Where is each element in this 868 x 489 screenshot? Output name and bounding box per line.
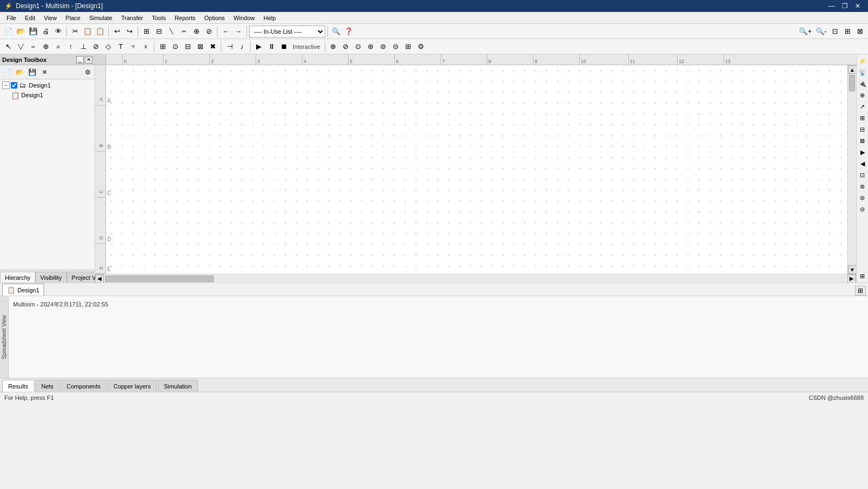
tb-find[interactable]: 🔍 (330, 26, 342, 37)
tb-print[interactable]: 🖨 (40, 26, 52, 37)
right-tb-bottom[interactable]: ⊞ (857, 271, 868, 281)
interactive-label[interactable]: Interactive (290, 43, 323, 50)
tb-sel-ptr[interactable]: ↖ (2, 41, 14, 53)
tb-on-off[interactable]: ⊠ (194, 41, 206, 53)
menu-options[interactable]: Options (200, 14, 229, 22)
tb-zoom-fit[interactable]: ⊡ (829, 26, 841, 37)
tb-pause-sim[interactable]: ⏸ (265, 41, 277, 53)
tb-zoom-out[interactable]: 🔍- (814, 26, 828, 37)
tb-hier-conn[interactable]: ⊟ (182, 41, 194, 53)
tb-help[interactable]: ❓ (343, 26, 355, 37)
scroll-down-btn[interactable]: ▼ (848, 265, 856, 274)
header-controls[interactable]: _ ✕ (76, 56, 92, 64)
tree-expand-design1[interactable]: − (2, 82, 10, 89)
tb-new[interactable]: 📄 (2, 26, 14, 37)
hscroll-thumb[interactable] (105, 275, 214, 282)
tb-zoom-in[interactable]: 🔍+ (797, 26, 814, 37)
tb-undo[interactable]: ↩ (111, 26, 123, 37)
tb-align-left[interactable]: ⊣ (224, 41, 235, 53)
menu-transfer[interactable]: Transfer (117, 14, 148, 22)
tb-place-power[interactable]: ↑ (65, 41, 77, 53)
right-tb-3[interactable]: 🔌 (857, 78, 868, 89)
menu-place[interactable]: Place (61, 14, 85, 22)
tab-visibility[interactable]: Visibility (35, 272, 67, 283)
right-scrollbar[interactable]: ▲ ▼ (847, 65, 856, 274)
tree-item-design1-root[interactable]: − 🗂 Design1 (1, 80, 94, 90)
tb-place-nc[interactable]: X (140, 41, 152, 53)
toolbox-settings[interactable]: ⚙ (82, 67, 94, 78)
tb-note[interactable]: ♪ (236, 41, 248, 53)
tb-run-sim[interactable]: ▶ (253, 41, 265, 53)
menu-reports[interactable]: Reports (170, 14, 200, 22)
tb-full-screen[interactable]: ⊠ (854, 26, 866, 37)
menu-window[interactable]: Window (229, 14, 259, 22)
right-tb-2[interactable]: 📡 (857, 67, 868, 78)
menu-tools[interactable]: Tools (147, 14, 170, 22)
tb-component-db[interactable]: ⊞ (140, 26, 152, 37)
minimize-button[interactable]: — (826, 1, 838, 11)
tab-hierarchy[interactable]: Hierarchy (0, 272, 35, 283)
tb-place-bus2[interactable]: ═ (27, 41, 39, 53)
spreadsheet-view-label[interactable]: Spreadsheet View (0, 296, 9, 378)
title-bar-controls[interactable]: — ❐ ✕ (826, 1, 864, 11)
tb-sim-4[interactable]: ⊛ (365, 41, 377, 53)
tb-place-text[interactable]: T (115, 41, 127, 53)
right-tb-12[interactable]: ⊛ (857, 181, 868, 192)
tree-item-design1-sheet[interactable]: 📋 Design1 (1, 90, 94, 100)
menu-help[interactable]: Help (259, 14, 281, 22)
spreadsheet-toggle-btn[interactable]: Spreadsheet View (0, 296, 8, 378)
tb-place-junction2[interactable]: ⊕ (40, 41, 52, 53)
tb-bus[interactable]: ═ (178, 26, 190, 37)
right-tb-14[interactable]: ⊝ (857, 204, 868, 215)
tb-place-label[interactable]: A (52, 41, 64, 53)
btab-results[interactable]: Results (2, 380, 34, 392)
tb-copy[interactable]: 📋 (82, 26, 94, 37)
btab-nets[interactable]: Nets (35, 380, 60, 392)
tb-junction[interactable]: ⊕ (190, 26, 202, 37)
tb-sim-7[interactable]: ⊞ (402, 41, 414, 53)
scroll-right-btn[interactable]: ▶ (847, 274, 856, 283)
toolbox-save[interactable]: 💾 (26, 67, 38, 78)
toolbox-close[interactable]: ✕ (39, 67, 51, 78)
close-button[interactable]: ✕ (852, 1, 864, 11)
tb-place-wire2[interactable]: ╲╱ (15, 41, 27, 53)
maximize-button[interactable]: ❐ (839, 1, 851, 11)
right-tb-13[interactable]: ⊜ (857, 192, 868, 203)
tb-zoom-reset[interactable]: ⊞ (841, 26, 853, 37)
tb-place-ground[interactable]: ⊥ (77, 41, 89, 53)
tb-place-component[interactable]: ⊟ (153, 26, 165, 37)
tb-misc-conn[interactable]: ⊙ (169, 41, 181, 53)
scroll-up-btn[interactable]: ▲ (848, 65, 856, 74)
tb-misc[interactable]: ⊘ (90, 41, 102, 53)
tree-checkbox-design1[interactable] (11, 82, 17, 89)
bottom-scrollbar[interactable]: ◀ ▶ (95, 274, 856, 283)
tb-net[interactable]: ⊘ (203, 26, 215, 37)
tb-virtual-comp[interactable]: ⊞ (157, 41, 169, 53)
tb-stop-sim[interactable]: ⏹ (278, 41, 290, 53)
tb-sim-5[interactable]: ⊜ (377, 41, 389, 53)
tab-right-btn[interactable]: ⊞ (855, 286, 866, 296)
tab-design1[interactable]: 📋 Design1 (2, 284, 44, 296)
btab-components[interactable]: Components (60, 380, 106, 392)
right-tb-5[interactable]: ↗ (857, 101, 868, 112)
tb-preview[interactable]: 👁 (52, 26, 64, 37)
tb-place-bus-connector[interactable]: Y (127, 41, 139, 53)
panel-close-btn[interactable]: ✕ (85, 56, 92, 64)
tb-redo[interactable]: ↪ (123, 26, 135, 37)
menu-edit[interactable]: Edit (21, 14, 40, 22)
btab-simulation[interactable]: Simulation (158, 380, 197, 392)
toolbox-open[interactable]: 📂 (14, 67, 26, 78)
menu-simulate[interactable]: Simulate (85, 14, 117, 22)
scroll-left-btn[interactable]: ◀ (95, 274, 104, 283)
schematic-canvas[interactable]: A B C D E (106, 65, 847, 274)
tb-paste[interactable]: 📋 (94, 26, 106, 37)
tb-sim-2[interactable]: ⊘ (340, 41, 352, 53)
panel-minimize-btn[interactable]: _ (76, 56, 84, 64)
tb-open[interactable]: 📂 (15, 26, 27, 37)
right-tb-1[interactable]: ⚡ (857, 55, 868, 66)
menu-view[interactable]: View (40, 14, 61, 22)
tb-runannot[interactable]: → (232, 26, 244, 37)
tb-sim-3[interactable]: ⊙ (352, 41, 364, 53)
tb-sim-settings[interactable]: ⚙ (415, 41, 427, 53)
tb-save[interactable]: 💾 (27, 26, 39, 37)
